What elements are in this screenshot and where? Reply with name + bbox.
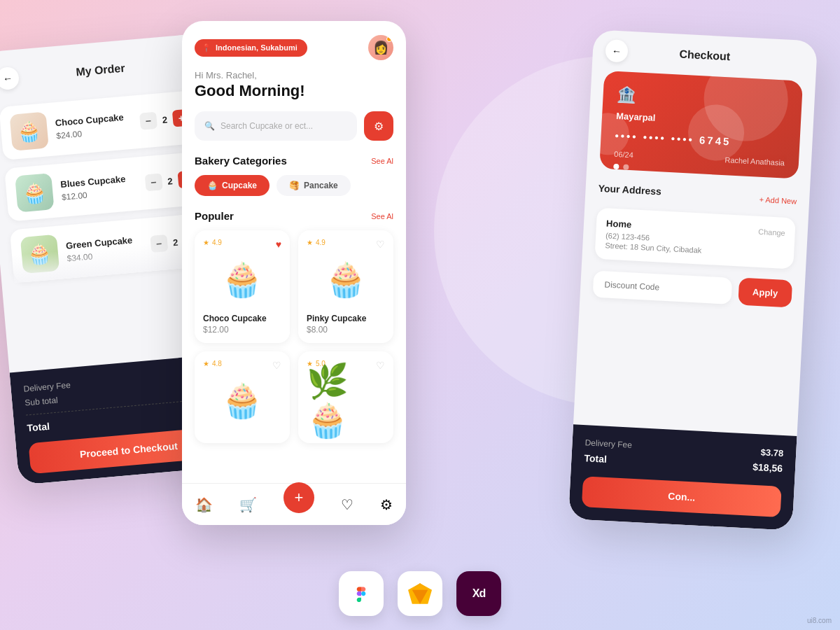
apply-button[interactable]: Apply — [738, 277, 792, 307]
wishlist-button[interactable]: ♡ — [272, 360, 281, 371]
product-card: ★ 4.9 ♥ 🧁 Choco Cupcake $12.00 — [195, 230, 290, 343]
wishlist-button[interactable]: ♡ — [376, 239, 385, 250]
product-image: 🧁 — [203, 373, 281, 429]
wishlist-button[interactable]: ♡ — [376, 360, 385, 371]
order-item-image: 🧁 — [20, 234, 59, 274]
category-pancake[interactable]: 🥞 Pancake — [276, 175, 351, 196]
search-box[interactable]: 🔍 Search Cupcake or ect... — [195, 111, 357, 141]
qty-value: 2 — [162, 114, 168, 125]
checkout-title: Checkout — [679, 48, 731, 64]
product-rating: ★ 4.8 — [203, 360, 281, 368]
order-item-info: Green Cupcake $34.00 — [65, 233, 151, 263]
rating-value: 4.9 — [212, 239, 222, 246]
product-card: ★ 5.0 ♡ 🌿🧁 — [298, 351, 393, 443]
products-grid: ★ 4.9 ♥ 🧁 Choco Cupcake $12.00 ★ 4.9 ♡ 🧁… — [195, 230, 393, 443]
settings-nav-icon[interactable]: ⚙ — [380, 496, 393, 513]
star-icon: ★ — [203, 360, 209, 368]
checkout-summary: Delivery Fee $3.78 Total $18,56 Con... — [568, 424, 797, 531]
greeting-bold: Good Morning! — [195, 82, 393, 100]
phone-checkout-screen: ← Checkout 🏦 Mayarpal •••• •••• •••• 674… — [568, 29, 818, 531]
card-indicator — [613, 164, 784, 178]
checkout-total-value: $18,56 — [752, 461, 783, 474]
add-button[interactable]: + — [284, 482, 314, 513]
delivery-fee-label: Delivery Fee — [23, 380, 71, 394]
bottom-tools: Xd — [339, 571, 501, 616]
product-name: Choco Cupcake — [203, 314, 281, 323]
greeting-text: Hi Mrs. Rachel, — [195, 70, 393, 80]
credit-card[interactable]: 🏦 Mayarpal •••• •••• •••• 6745 06/24 Rac… — [599, 71, 803, 179]
product-image: 🧁 — [307, 252, 385, 308]
filter-button[interactable]: ⚙ — [364, 111, 393, 141]
checkout-total-label: Total — [584, 452, 607, 465]
address-card: Home Change (62) 123-456 Street: 18 Sun … — [594, 208, 795, 270]
categories-title: Bakery Categories — [195, 155, 287, 167]
cart-nav-icon[interactable]: 🛒 — [239, 496, 257, 513]
card-dot-active — [613, 164, 619, 169]
address-section-header: Your Address + Add New — [598, 183, 797, 210]
order-item-info: Blues Cupcake $12.00 — [60, 172, 146, 202]
search-placeholder: Search Cupcake or ect... — [220, 121, 313, 131]
checkout-back-button[interactable]: ← — [605, 39, 629, 63]
rating-value: 4.8 — [212, 360, 222, 368]
add-new-address-button[interactable]: + Add New — [759, 195, 797, 206]
change-address-button[interactable]: Change — [758, 227, 785, 237]
confirm-button[interactable]: Con... — [582, 476, 782, 517]
card-dot — [623, 164, 629, 170]
notification-dot — [386, 36, 392, 42]
category-label: Pancake — [304, 181, 338, 190]
product-price: $8.00 — [307, 325, 385, 335]
order-item: 🧁 Blues Cupcake $12.00 − 2 + — [4, 151, 207, 221]
home-inner: 📍 Indonesian, Sukabumi 👩 Hi Mrs. Rachel,… — [182, 21, 406, 443]
qty-decrease-button[interactable]: − — [150, 234, 168, 253]
search-icon: 🔍 — [204, 121, 215, 131]
sketch-icon[interactable] — [398, 571, 442, 616]
checkout-delivery-value: $3.78 — [760, 447, 783, 458]
product-image: 🌿🧁 — [307, 373, 385, 429]
categories-row: 🧁 Cupcake 🥞 Pancake — [195, 175, 393, 196]
qty-value: 2 — [172, 237, 178, 248]
add-icon: + — [295, 489, 304, 507]
qty-decrease-button[interactable]: − — [139, 112, 158, 130]
location-tag[interactable]: 📍 Indonesian, Sukabumi — [195, 39, 307, 57]
location-text: Indonesian, Sukabumi — [216, 43, 298, 52]
order-items-list: 🧁 Choco Cupcake $24.00 − 2 + 🧁 Blues Cup… — [0, 90, 212, 283]
discount-row: Apply — [593, 270, 793, 308]
phone-home-screen: 📍 Indonesian, Sukabumi 👩 Hi Mrs. Rachel,… — [182, 21, 406, 525]
checkout-inner: ← Checkout 🏦 Mayarpal •••• •••• •••• 674… — [579, 29, 818, 333]
popular-see-all[interactable]: See Al — [371, 212, 393, 220]
popular-title: Populer — [195, 210, 234, 222]
product-card: ★ 4.9 ♡ 🧁 Pinky Cupcake $8.00 — [298, 230, 393, 343]
favorites-nav-icon[interactable]: ♡ — [341, 496, 354, 513]
category-cupcake[interactable]: 🧁 Cupcake — [195, 175, 270, 196]
order-item-info: Choco Cupcake $24.00 — [55, 110, 141, 140]
order-header: ← My Order 🗑 — [0, 51, 195, 91]
product-image: 🧁 — [203, 252, 281, 308]
search-row: 🔍 Search Cupcake or ect... ⚙ — [195, 111, 393, 141]
bottom-nav: 🏠 🛒 + ♡ ⚙ — [182, 483, 406, 525]
avatar[interactable]: 👩 — [368, 35, 393, 60]
qty-value: 2 — [167, 176, 174, 187]
home-nav-icon[interactable]: 🏠 — [195, 496, 213, 513]
address-name: Home — [606, 218, 632, 230]
card-holder: Rachel Anathasia — [724, 155, 785, 167]
categories-see-all[interactable]: See Al — [371, 157, 393, 165]
wishlist-button[interactable]: ♥ — [276, 239, 281, 250]
figma-icon[interactable] — [339, 571, 384, 616]
order-back-button[interactable]: ← — [0, 66, 20, 91]
home-header: 📍 Indonesian, Sukabumi 👩 — [195, 35, 393, 60]
product-rating: ★ 4.9 — [203, 239, 281, 246]
address-title: Your Address — [598, 183, 662, 197]
popular-section-header: Populer See Al — [195, 210, 393, 222]
qty-decrease-button[interactable]: − — [144, 173, 162, 191]
order-item: 🧁 Choco Cupcake $24.00 − 2 + — [0, 90, 202, 160]
categories-section-header: Bakery Categories See Al — [195, 155, 393, 167]
discount-input[interactable] — [593, 270, 733, 304]
xd-icon[interactable]: Xd — [456, 571, 501, 616]
product-price: $12.00 — [203, 325, 281, 335]
star-icon: ★ — [203, 239, 209, 246]
star-icon: ★ — [307, 239, 313, 246]
location-pin-icon: 📍 — [202, 43, 211, 52]
watermark: ui8.com — [807, 617, 832, 624]
order-item-image: 🧁 — [15, 173, 54, 212]
filter-icon: ⚙ — [374, 120, 384, 133]
